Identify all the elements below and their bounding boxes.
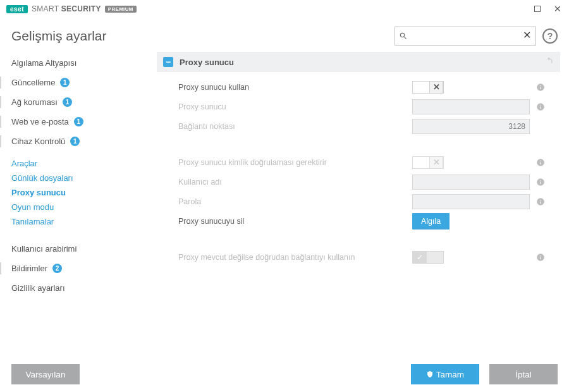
sidebar: Algılama Altyapısı Güncelleme1 Ağ koruma… [0,52,157,368]
sidebar-item-label: Algılama Altyapısı [11,58,76,68]
use-proxy-label: Proxy sunucu kullan [178,83,412,92]
badge: 2 [52,264,62,273]
revert-icon [545,56,554,65]
cancel-button[interactable]: İptal [489,364,558,384]
info-icon [536,197,545,206]
row-username: Kullanıcı adı [178,172,560,192]
sidebar-item-user-interface[interactable]: Kullanıcı arabirimi [0,239,157,259]
sidebar-subgroup-tools: Araçlar Günlük dosyaları Proxy sunucu Oy… [0,151,157,233]
sidebar-item-label: Web ve e-posta [11,117,69,126]
row-port: Bağlantı noktası [178,116,560,136]
section-title: Proxy sunucu [180,58,234,67]
info-button[interactable] [536,83,545,92]
sidebar-item-label: Ağ koruması [11,97,58,107]
sidebar-item-detection-engine[interactable]: Algılama Altyapısı [0,53,157,73]
badge: 1 [60,78,70,87]
sidebar-subitem-diagnostics[interactable]: Tanılamalar [0,214,157,229]
ok-button[interactable]: Tamam [411,364,479,384]
page-title: Gelişmiş ayarlar [11,28,107,44]
auth-required-label: Proxy sunucu kimlik doğrulaması gerektir… [178,158,412,167]
header-row: Gelişmiş ayarlar ✕ ? [0,18,569,52]
brand-premium-badge: PREMIUM [105,6,137,13]
info-button[interactable] [536,178,545,187]
search-wrap: ✕ ? [395,27,558,46]
detect-button[interactable]: Algıla [412,213,450,230]
row-use-proxy: Proxy sunucu kullan ✕ [178,77,560,97]
search-icon [399,32,408,40]
brand-product-name: SMART SECURITY [32,4,101,13]
info-icon [536,178,545,187]
info-button[interactable] [536,158,545,167]
brand-eset-badge: eset [6,5,28,13]
info-button[interactable] [536,253,545,262]
x-icon: ✕ [433,82,440,92]
password-label: Parola [178,197,412,206]
help-button[interactable]: ? [542,28,558,44]
proxy-server-input [412,99,530,114]
window-maximize-button[interactable] [532,4,542,14]
badge: 1 [74,117,83,126]
section-revert-button[interactable] [545,56,554,68]
form: Proxy sunucu kullan ✕ Proxy sunucu Bağla… [157,72,560,267]
port-label: Bağlantı noktası [178,122,412,131]
info-icon [536,158,545,167]
sidebar-item-label: Cihaz Kontrolü [11,137,65,146]
row-detect: Proxy sunucuyu sil Algıla [178,211,560,231]
sidebar-item-privacy-settings[interactable]: Gizlilik ayarları [0,278,157,298]
footer: Varsayılan Tamam İptal [0,357,569,392]
main: Algılama Altyapısı Güncelleme1 Ağ koruma… [0,52,569,368]
direct-connection-toggle: ✓ [412,251,444,264]
sidebar-item-label: Güncelleme [11,78,55,87]
sidebar-item-label: Gizlilik ayarları [11,283,65,293]
content: − Proxy sunucu Proxy sunucu kullan ✕ Pro… [157,52,569,368]
section-collapse-button[interactable]: − [163,57,173,67]
sidebar-subitem-proxy-server[interactable]: Proxy sunucu [0,185,157,200]
square-icon [534,6,541,12]
default-button[interactable]: Varsayılan [11,364,80,384]
badge: 1 [63,97,72,107]
port-input [412,119,530,134]
titlebar: eset SMART SECURITY PREMIUM ✕ [0,0,569,18]
use-proxy-toggle[interactable]: ✕ [412,81,444,94]
info-icon [536,253,545,262]
direct-connection-label: Proxy mevcut değilse doğrudan bağlantıyı… [178,253,412,262]
row-proxy-server: Proxy sunucu [178,97,560,116]
row-password: Parola [178,192,560,211]
info-button[interactable] [536,102,545,111]
sidebar-subitem-gamer-mode[interactable]: Oyun modu [0,200,157,214]
sidebar-item-web-email[interactable]: Web ve e-posta1 [0,112,157,132]
sidebar-item-device-control[interactable]: Cihaz Kontrolü1 [0,132,157,151]
row-auth-required: Proxy sunucu kimlik doğrulaması gerektir… [178,152,560,172]
proxy-server-label: Proxy sunucu [178,102,412,111]
info-icon [536,83,545,92]
badge: 1 [70,137,80,146]
sidebar-item-label: Bildirimler [11,264,47,273]
sidebar-subitem-log-files[interactable]: Günlük dosyaları [0,171,157,185]
username-input [412,175,530,190]
section-header: − Proxy sunucu [157,52,560,72]
search-input[interactable] [408,32,522,41]
shield-icon [426,371,434,378]
password-input [412,194,530,209]
username-label: Kullanıcı adı [178,178,412,187]
info-icon [536,102,545,111]
info-button[interactable] [536,197,545,206]
check-icon: ✓ [417,253,423,262]
auth-required-toggle: ✕ [412,156,444,169]
sidebar-item-update[interactable]: Güncelleme1 [0,73,157,92]
search-clear-button[interactable]: ✕ [522,31,532,41]
window-controls: ✕ [532,4,563,14]
detect-label: Proxy sunucuyu sil [178,217,412,226]
sidebar-item-notifications[interactable]: Bildirimler2 [0,259,157,278]
row-direct-connection: Proxy mevcut değilse doğrudan bağlantıyı… [178,247,560,267]
ok-label: Tamam [436,370,464,379]
sidebar-item-network-protection[interactable]: Ağ koruması1 [0,92,157,112]
sidebar-item-label: Kullanıcı arabirimi [11,244,76,254]
x-icon: ✕ [433,157,440,167]
window-close-button[interactable]: ✕ [553,4,563,14]
searchbox[interactable]: ✕ [395,27,536,46]
brand: eset SMART SECURITY PREMIUM [6,4,137,13]
sidebar-item-tools[interactable]: Araçlar [0,152,157,171]
